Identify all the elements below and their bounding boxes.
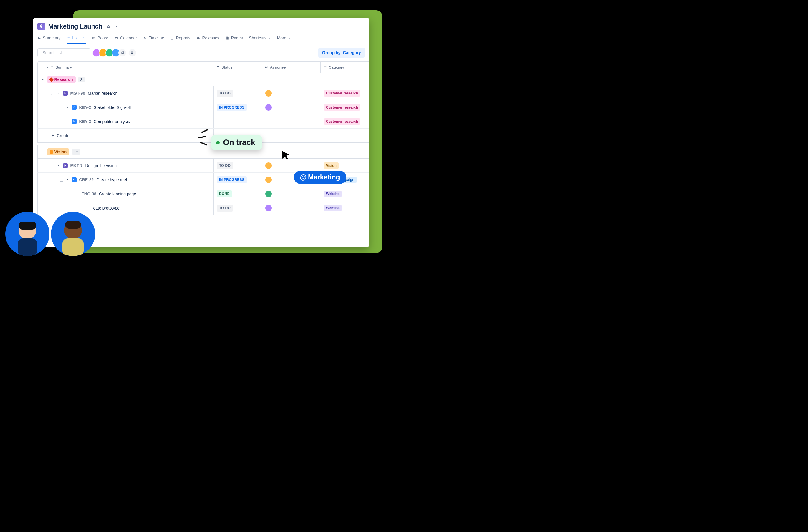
issue-type-icon	[72, 119, 77, 124]
group-pill[interactable]: Vision	[47, 148, 70, 155]
status-badge[interactable]: TO DO	[217, 90, 233, 97]
on-track-label: On track	[223, 138, 256, 147]
expand-toggle[interactable]	[57, 92, 60, 95]
avatar-stack[interactable]: +3	[94, 49, 136, 57]
col-status[interactable]: Status	[221, 65, 232, 70]
expand-toggle[interactable]	[66, 106, 69, 109]
issue-title[interactable]: Create hype reel	[96, 177, 127, 182]
assignee-avatar[interactable]	[265, 104, 272, 111]
status-badge[interactable]: TO DO	[217, 205, 233, 212]
table-row[interactable]: ENG-38 Create landing page DONE Website	[37, 187, 369, 201]
group-toggle[interactable]	[41, 150, 44, 154]
assignee-avatar[interactable]	[265, 205, 272, 211]
category-chip[interactable]: Customer research	[324, 118, 360, 125]
table-header: Summary Status Assignee Category	[37, 61, 369, 73]
select-all-checkbox[interactable]	[41, 65, 44, 69]
table-row[interactable]: KEY-3 Competitor analysis Customer resea…	[37, 114, 369, 129]
assignee-avatar[interactable]	[265, 90, 272, 96]
category-chip[interactable]: Website	[324, 205, 342, 211]
category-chip[interactable]: Customer research	[324, 90, 360, 96]
issue-title[interactable]: Stakeholder Sign-off	[94, 105, 131, 110]
category-chip[interactable]: Website	[324, 191, 342, 197]
avatar-more[interactable]: +3	[118, 49, 126, 57]
tab-reports[interactable]: Reports	[170, 34, 190, 43]
tab-list[interactable]: List ···	[67, 34, 86, 43]
issue-title[interactable]: Create landing page	[99, 192, 136, 196]
group-count: 12	[72, 149, 80, 155]
expand-toggle[interactable]	[57, 164, 60, 167]
assignee-avatar[interactable]	[265, 191, 272, 197]
issue-title[interactable]: Competitor analysis	[94, 119, 130, 124]
tab-label: Releases	[202, 36, 219, 40]
table-row[interactable]: KEY-2 Stakeholder Sign-off IN PROGRESS C…	[37, 100, 369, 114]
chevron-down-icon[interactable]	[46, 66, 49, 69]
row-checkbox[interactable]	[60, 106, 63, 109]
tab-pages[interactable]: Pages	[225, 34, 243, 43]
chevron-down-icon	[115, 25, 118, 28]
issue-type-icon	[63, 163, 68, 168]
issue-type-icon	[72, 177, 77, 182]
assignee-avatar[interactable]	[265, 176, 272, 183]
at-icon	[265, 65, 268, 69]
group-by-button[interactable]: Group by: Category	[318, 48, 365, 58]
tab-label: Calendar	[120, 36, 137, 40]
table-row[interactable]: eate prototype TO DO Website	[37, 201, 369, 215]
tab-releases[interactable]: Releases	[197, 34, 219, 43]
group-count: 3	[78, 77, 85, 82]
group-pill[interactable]: Research	[47, 76, 76, 83]
row-checkbox[interactable]	[60, 178, 63, 182]
group-label: Vision	[54, 150, 67, 154]
issue-key[interactable]: MKT-7	[70, 163, 83, 168]
tag-icon	[49, 77, 54, 82]
tab-overflow-icon[interactable]: ···	[81, 36, 86, 40]
page-title: Marketing Launch	[48, 23, 103, 30]
svg-rect-2	[18, 238, 37, 256]
issue-key[interactable]: MGT-90	[70, 91, 86, 96]
tab-timeline[interactable]: Timeline	[143, 34, 164, 43]
mention-pill[interactable]: @ Marketing	[294, 171, 346, 184]
issue-title[interactable]: eate prototype	[93, 206, 120, 210]
issue-key[interactable]: ENG-38	[81, 192, 96, 196]
group-toggle[interactable]	[41, 78, 44, 81]
calendar-icon	[114, 36, 118, 40]
status-badge[interactable]: DONE	[217, 190, 232, 197]
favorite-button[interactable]	[106, 24, 111, 30]
chevron-down-icon	[288, 37, 291, 39]
project-menu-button[interactable]	[114, 24, 119, 29]
table-row[interactable]: MGT-90 Market research TO DO Customer re…	[37, 86, 369, 100]
tab-more[interactable]: More	[277, 34, 291, 43]
rocket-icon	[39, 24, 43, 29]
on-track-popover[interactable]: On track	[212, 135, 262, 150]
search-input-wrapper[interactable]	[37, 48, 90, 57]
row-checkbox[interactable]	[51, 92, 54, 95]
status-badge[interactable]: IN PROGRESS	[217, 104, 247, 111]
row-checkbox[interactable]	[51, 164, 54, 167]
tab-label: Timeline	[149, 36, 164, 40]
col-category[interactable]: Category	[329, 65, 344, 70]
issue-title[interactable]: Design the vision	[86, 163, 117, 168]
row-checkbox[interactable]	[60, 120, 63, 123]
category-chip[interactable]: Vision	[324, 163, 338, 169]
add-people-button[interactable]	[128, 49, 136, 57]
status-badge[interactable]: IN PROGRESS	[217, 176, 247, 183]
assignee-avatar[interactable]	[265, 163, 272, 169]
issue-key[interactable]: KEY-2	[79, 105, 91, 110]
expand-toggle[interactable]	[66, 178, 69, 181]
tab-board[interactable]: Board	[92, 34, 108, 43]
issue-key[interactable]: CRE-22	[79, 177, 94, 182]
issue-title[interactable]: Market research	[88, 91, 117, 96]
mention-text: Marketing	[308, 173, 340, 181]
plus-icon	[51, 134, 55, 137]
status-badge[interactable]: TO DO	[217, 162, 233, 169]
category-chip[interactable]: Customer research	[324, 104, 360, 111]
tab-summary[interactable]: Summary	[37, 34, 61, 43]
tab-calendar[interactable]: Calendar	[114, 34, 137, 43]
cursor-icon	[281, 150, 291, 160]
search-input[interactable]	[42, 50, 94, 55]
issue-key[interactable]: KEY-3	[79, 119, 91, 124]
tab-label: Reports	[176, 36, 190, 40]
col-summary[interactable]: Summary	[56, 65, 72, 70]
pages-icon	[225, 36, 229, 40]
tab-shortcuts[interactable]: Shortcuts	[249, 34, 271, 43]
col-assignee[interactable]: Assignee	[270, 65, 286, 70]
